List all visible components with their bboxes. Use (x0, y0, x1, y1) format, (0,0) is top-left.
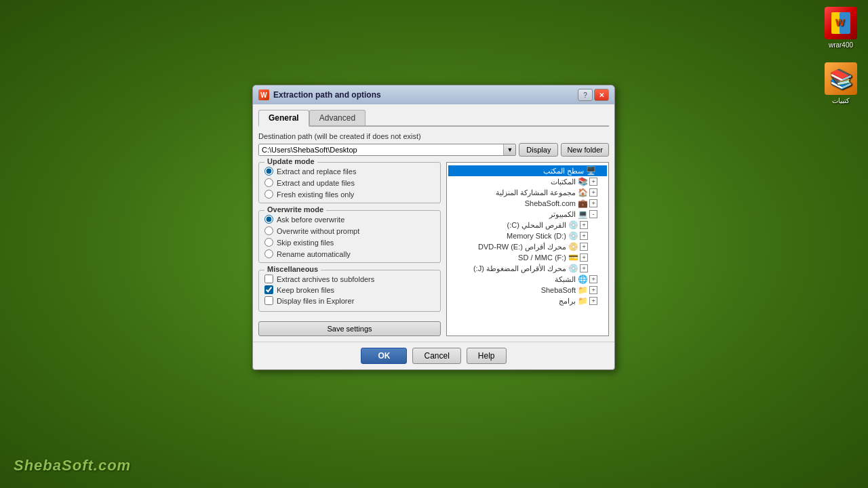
tree-item-drive-d[interactable]: + 💿 Memory Stick (D:) (448, 230, 607, 241)
drive-c-toggle[interactable]: + (580, 221, 588, 229)
dialog-footer: OK Cancel Help (253, 342, 614, 369)
drive-j-icon: 💿 (568, 264, 578, 273)
dialog-icon: W (258, 89, 269, 100)
extract-update-radio[interactable] (264, 178, 273, 187)
tree-item-homegroup[interactable]: + 🏠 مجموعة المشاركة المنزلية (448, 187, 607, 198)
programs-icon: 📁 (577, 296, 588, 306)
left-panel: Update mode Extract and replace files Ex… (258, 162, 441, 336)
help-title-btn[interactable]: ? (578, 89, 593, 101)
fresh-existing-option[interactable]: Fresh existing files only (264, 190, 435, 199)
rename-auto-radio[interactable] (264, 249, 273, 258)
drive-j-toggle[interactable]: + (580, 264, 588, 272)
shebasoft2-toggle[interactable]: + (589, 286, 597, 294)
tree-item-drive-c[interactable]: + 💿 القرص المحلي (C:) (448, 220, 607, 230)
books-desktop-icon[interactable]: 📚 كتبيات (825, 62, 857, 104)
libraries-toggle[interactable]: + (589, 178, 597, 186)
cancel-button[interactable]: Cancel (412, 348, 460, 364)
new-folder-button[interactable]: New folder (561, 143, 609, 157)
display-explorer-label: Display files in Explorer (277, 297, 354, 305)
ask-before-radio[interactable] (264, 215, 273, 224)
tree-item-drive-e[interactable]: + 📀 محرك أقراص DVD-RW (E:) (448, 241, 607, 252)
computer-tree-icon: 💻 (577, 209, 588, 219)
fresh-existing-label: Fresh existing files only (277, 190, 354, 199)
overwrite-without-option[interactable]: Overwrite without prompt (264, 226, 435, 235)
misc-title: Miscellaneous (264, 265, 321, 273)
extract-replace-option[interactable]: Extract and replace files (264, 167, 435, 176)
tab-bar: General Advanced (258, 110, 609, 127)
drive-j-label: محرك الأقراص المضغوطة (J:) (473, 264, 566, 273)
homegroup-tree-label: مجموعة المشاركة المنزلية (496, 188, 576, 197)
computer-toggle[interactable]: - (589, 210, 597, 218)
keep-broken-checkbox[interactable] (264, 285, 273, 294)
fresh-existing-radio[interactable] (264, 190, 273, 199)
extraction-dialog: W Extraction path and options ? ✕ Genera… (252, 85, 615, 370)
destination-label: Destination path (will be created if doe… (258, 132, 421, 140)
drive-d-toggle[interactable]: + (580, 232, 588, 240)
tree-item-drive-f[interactable]: + 💳 SD / MMC (F:) (448, 252, 607, 263)
content-area: Update mode Extract and replace files Ex… (258, 162, 609, 336)
programs-label: برامج (559, 297, 576, 306)
destination-label-row: Destination path (will be created if doe… (258, 132, 609, 140)
destination-dropdown-btn[interactable]: ▼ (503, 144, 515, 155)
books-icon-label: كتبيات (832, 97, 850, 104)
homegroup-toggle[interactable]: + (589, 188, 597, 197)
skip-existing-radio[interactable] (264, 238, 273, 247)
network-tree-label: الشبكة (555, 275, 576, 284)
extract-update-option[interactable]: Extract and update files (264, 178, 435, 187)
tree-item-programs[interactable]: + 📁 برامج (448, 296, 607, 306)
drive-e-toggle[interactable]: + (580, 243, 588, 251)
update-mode-section: Update mode Extract and replace files Ex… (258, 162, 441, 203)
overwrite-without-radio[interactable] (264, 226, 273, 235)
shebasoft-tree-icon: 💼 (577, 199, 588, 208)
drive-d-icon: 💿 (568, 231, 578, 241)
network-tree-icon: 🌐 (577, 274, 588, 284)
tree-item-drive-j[interactable]: + 💿 محرك الأقراص المضغوطة (J:) (448, 263, 607, 274)
extract-replace-label: Extract and replace files (277, 167, 356, 176)
keep-broken-label: Keep broken files (277, 286, 334, 294)
tab-general[interactable]: General (258, 110, 309, 127)
overwrite-without-label: Overwrite without prompt (277, 227, 359, 235)
extract-subfolders-option[interactable]: Extract archives to subfolders (264, 274, 435, 283)
winrar-desktop-icon[interactable]: W wrar400 (825, 7, 857, 49)
shebasoft2-label: ShebaSoft (541, 286, 576, 294)
display-button[interactable]: Display (519, 143, 558, 157)
display-explorer-option[interactable]: Display files in Explorer (264, 296, 435, 305)
skip-existing-option[interactable]: Skip existing files (264, 238, 435, 247)
file-tree-panel[interactable]: 🖥️ سطح المكتب + 📚 المكتبات + 🏠 مجموعة ال… (446, 162, 609, 336)
ok-button[interactable]: OK (361, 348, 407, 364)
extract-subfolders-label: Extract archives to subfolders (277, 275, 374, 283)
tree-item-shebasoft[interactable]: + 💼 ShebaSoft.com (448, 198, 607, 209)
programs-toggle[interactable]: + (589, 297, 597, 305)
desktop-icons: W wrar400 📚 كتبيات (814, 0, 868, 111)
title-bar-left: W Extraction path and options (258, 89, 381, 100)
tree-item-libraries[interactable]: + 📚 المكتبات (448, 176, 607, 187)
ask-before-option[interactable]: Ask before overwrite (264, 215, 435, 224)
dialog-title-bar: W Extraction path and options ? ✕ (253, 85, 614, 104)
overwrite-mode-section: Overwrite mode Ask before overwrite Over… (258, 210, 441, 263)
rename-auto-option[interactable]: Rename automatically (264, 249, 435, 258)
books-icon: 📚 (825, 62, 857, 95)
network-toggle[interactable]: + (589, 275, 597, 283)
keep-broken-option[interactable]: Keep broken files (264, 285, 435, 294)
extract-replace-radio[interactable] (264, 167, 273, 176)
ask-before-label: Ask before overwrite (277, 216, 344, 224)
tree-item-network[interactable]: + 🌐 الشبكة (448, 274, 607, 285)
rename-auto-label: Rename automatically (277, 250, 351, 258)
tree-item-desktop[interactable]: 🖥️ سطح المكتب (448, 165, 607, 176)
desktop-tree-icon: 🖥️ (585, 166, 596, 176)
close-button[interactable]: ✕ (594, 89, 609, 101)
homegroup-tree-icon: 🏠 (577, 188, 588, 197)
save-settings-button[interactable]: Save settings (258, 321, 441, 336)
tree-item-shebasoft2[interactable]: + 📁 ShebaSoft (448, 285, 607, 296)
display-explorer-checkbox[interactable] (264, 296, 273, 305)
tab-advanced[interactable]: Advanced (309, 110, 366, 125)
misc-section: Miscellaneous Extract archives to subfol… (258, 270, 441, 312)
help-button[interactable]: Help (467, 348, 507, 364)
destination-path-wrapper: ▼ (258, 144, 516, 156)
tree-item-computer[interactable]: - 💻 الكمبيوتر (448, 209, 607, 220)
drive-f-toggle[interactable]: + (580, 253, 588, 262)
winrar-icon-label: wrar400 (829, 41, 853, 49)
extract-subfolders-checkbox[interactable] (264, 274, 273, 283)
destination-path-input[interactable] (259, 144, 503, 155)
shebasoft-toggle[interactable]: + (589, 199, 597, 207)
